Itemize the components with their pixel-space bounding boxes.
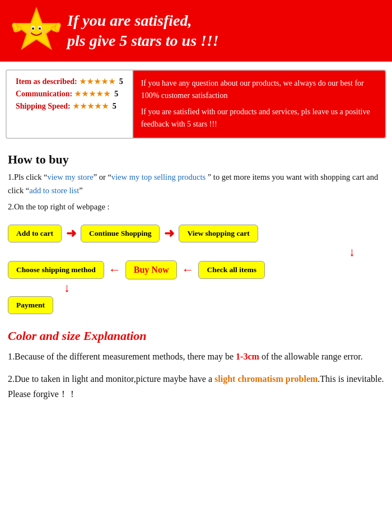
flow-diagram: Add to cart ➜ Continue Shopping ➜ View s… (0, 216, 392, 323)
rating-num-ship: 5 (113, 102, 116, 111)
step2-text: 2.On the top right of webpage : (8, 200, 384, 214)
flow-row-1: Add to cart ➜ Continue Shopping ➜ View s… (8, 225, 384, 242)
rating-message2: If you are satisfied with our products a… (141, 106, 377, 131)
rating-section: Item as described: ★★★★★ 5 Communication… (6, 69, 386, 139)
header-text: If you are satisfied, pls give 5 stars t… (67, 11, 219, 52)
header-line2: pls give 5 stars to us !!! (67, 31, 219, 51)
flow-row-2: Choose shipping method ← Buy Now ← Check… (8, 260, 384, 279)
rating-row-comm: Communication: ★★★★★ 5 (16, 90, 123, 99)
color-item1-highlight: 1-3cm (236, 352, 259, 361)
stars-ship: ★★★★★ (73, 102, 109, 111)
svg-point-7 (41, 30, 45, 33)
stars-comm: ★★★★★ (74, 90, 111, 99)
flow-box-view-cart: View shopping cart (179, 225, 258, 242)
how-to-buy-section: How to buy 1.Pls click “view my store” o… (0, 147, 392, 214)
step1-end: ” (79, 186, 82, 195)
arrow-down-1: ↓ (8, 245, 384, 259)
rating-message1: If you have any question about our produ… (141, 77, 377, 102)
flow-box-add-cart: Add to cart (8, 225, 62, 242)
flow-box-check-items: Check all items (198, 261, 265, 279)
color-item-1: 1.Because of the different measurement m… (8, 349, 384, 364)
arrow-left-1: ← (109, 263, 121, 277)
flow-box-shipping: Choose shipping method (8, 261, 104, 279)
rating-right: If you have any question about our produ… (133, 71, 385, 138)
rating-row-ship: Shipping Speed: ★★★★★ 5 (16, 102, 123, 111)
step1-mid: ” or “ (94, 172, 111, 181)
rating-label-comm: Communication: (16, 90, 72, 99)
rating-label-item: Item as described: (16, 77, 77, 86)
color-section-title: Color and size Explanation (8, 329, 384, 343)
flow-box-continue: Continue Shopping (81, 225, 160, 242)
rating-label-ship: Shipping Speed: (16, 102, 71, 111)
link-add-store[interactable]: add to store list (29, 186, 79, 195)
svg-point-6 (27, 30, 32, 33)
flow-box-buy-now: Buy Now (125, 260, 178, 279)
arrow-right-1: ➜ (66, 226, 76, 241)
flow-box-payment: Payment (8, 296, 53, 314)
step1-text: 1.Pls click “view my store” or “view my … (8, 170, 384, 198)
flow-row-3: Payment (8, 296, 384, 314)
step1-prefix: 1.Pls click “ (8, 172, 47, 181)
stars-item: ★★★★★ (80, 77, 116, 86)
color-item2-highlight: slight chromatism problem (214, 374, 318, 384)
link-view-store[interactable]: view my store (47, 172, 93, 181)
link-top-selling[interactable]: view my top selling products (111, 172, 206, 181)
header-line1: If you are satisfied, (67, 11, 219, 31)
color-item1-suffix: of the allowable range error. (259, 352, 363, 361)
header-banner: If you are satisfied, pls give 5 stars t… (0, 0, 392, 62)
rating-num-comm: 5 (114, 90, 118, 99)
rating-row-item: Item as described: ★★★★★ 5 (16, 77, 123, 86)
rating-left: Item as described: ★★★★★ 5 Communication… (7, 71, 133, 138)
color-item2-prefix: 2.Due to taken in light and monitor,pict… (8, 374, 214, 384)
rating-num-item: 5 (119, 77, 123, 86)
arrow-right-2: ➜ (164, 226, 174, 241)
color-item-2: 2.Due to taken in light and monitor,pict… (8, 371, 384, 402)
arrow-down-2: ↓ (8, 281, 384, 295)
star-mascot-icon (11, 6, 62, 56)
arrow-left-2: ← (181, 263, 194, 277)
color-section: Color and size Explanation 1.Because of … (0, 323, 392, 414)
how-to-buy-title: How to buy (8, 152, 384, 167)
svg-point-4 (32, 27, 34, 30)
svg-point-5 (39, 27, 41, 30)
color-item1-prefix: 1.Because of the different measurement m… (8, 352, 236, 361)
